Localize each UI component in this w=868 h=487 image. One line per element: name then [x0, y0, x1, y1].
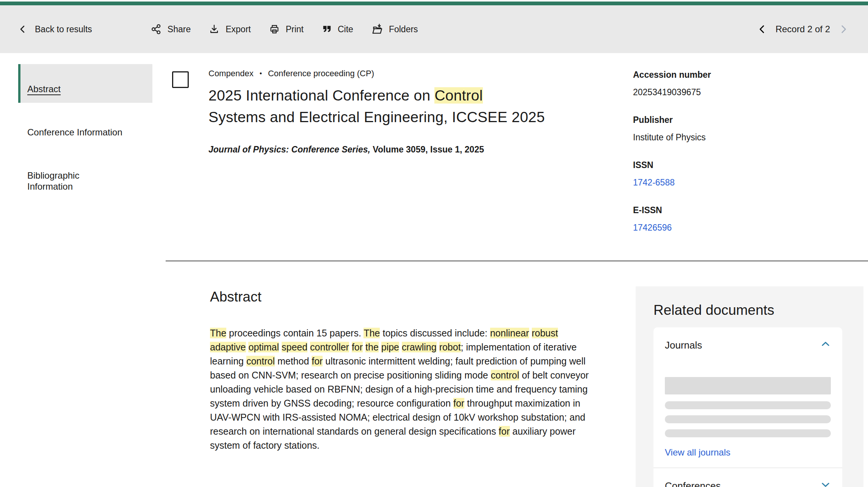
folders-button[interactable]: Folders [371, 24, 418, 35]
source-volume-issue: Volume 3059, Issue 1, 2025 [370, 145, 484, 154]
detail-label-eissn: E-ISSN [633, 205, 868, 215]
toolbar: Back to results Share Export Print Cite [0, 5, 868, 53]
record-navigation: Record 2 of 2 [757, 24, 848, 35]
database-label: Compendex [208, 69, 254, 79]
print-icon [269, 24, 280, 35]
source-journal: Journal of Physics: Conference Series, [208, 145, 370, 154]
detail-value-publisher: Institute of Physics [633, 132, 868, 143]
journals-label: Journals [665, 339, 702, 351]
record-section-sidebar: Abstract Conference Information Bibliogr… [18, 64, 152, 205]
skeleton-bar [665, 401, 831, 409]
back-to-results-label: Back to results [35, 24, 92, 35]
record-select-checkbox[interactable] [172, 71, 189, 88]
toolbar-actions: Share Export Print Cite Folders [151, 24, 418, 35]
skeleton-block [665, 377, 831, 394]
abstract-row: Abstract The proceedings contain 15 pape… [152, 261, 868, 487]
sidebar-item-abstract[interactable]: Abstract [18, 64, 152, 103]
journals-accordion-header[interactable]: Journals [653, 327, 842, 362]
export-icon [209, 24, 219, 35]
abstract-text: The proceedings contain 15 papers. The t… [210, 326, 593, 452]
eissn-link[interactable]: 17426596 [633, 222, 868, 233]
journals-loading-skeleton [653, 362, 842, 437]
detail-label-accession-number: Accession number [633, 69, 868, 80]
conferences-accordion-header[interactable]: Conferences [653, 468, 842, 487]
record-header: Compendex • Conference proceeding (CP) 2… [152, 53, 868, 261]
share-icon [151, 24, 161, 35]
share-button[interactable]: Share [151, 24, 191, 35]
sidebar-item-bibliographic-information[interactable]: Bibliographic Information [18, 151, 152, 200]
detail-value-accession-number: 20253419039675 [633, 87, 868, 97]
chevron-left-icon [18, 25, 27, 34]
source-line: Journal of Physics: Conference Series, V… [208, 145, 624, 155]
cite-label: Cite [338, 24, 353, 35]
view-all-journals-link[interactable]: View all journals [665, 447, 730, 458]
record-meta: Compendex • Conference proceeding (CP) [208, 69, 624, 79]
record-nav-label: Record 2 of 2 [776, 24, 830, 35]
bullet-separator: • [260, 70, 262, 78]
sidebar-item-label: Conference Information [27, 127, 122, 137]
detail-label-publisher: Publisher [633, 115, 868, 125]
share-label: Share [168, 24, 191, 35]
related-documents-heading: Related documents [653, 302, 842, 318]
chevron-down-icon [820, 479, 831, 487]
folders-label: Folders [389, 24, 418, 35]
page-body: Abstract Conference Information Bibliogr… [0, 53, 868, 487]
chevron-up-icon [820, 339, 831, 352]
related-documents-panel: Related documents Journals Vi [636, 286, 863, 487]
doc-type-label: Conference proceeding (CP) [268, 69, 374, 79]
sidebar-item-label: Abstract [27, 84, 61, 94]
record-main: Compendex • Conference proceeding (CP) 2… [152, 53, 868, 487]
cite-icon [322, 24, 332, 34]
print-button[interactable]: Print [269, 24, 304, 35]
print-label: Print [286, 24, 304, 35]
export-button[interactable]: Export [209, 24, 251, 35]
folders-icon [371, 24, 383, 35]
record-details: Accession number 20253419039675 Publishe… [633, 69, 868, 261]
skeleton-bar [665, 415, 831, 423]
previous-record-button[interactable] [757, 24, 767, 34]
record-head: Compendex • Conference proceeding (CP) 2… [208, 69, 624, 261]
export-label: Export [226, 24, 251, 35]
abstract-section: Abstract The proceedings contain 15 pape… [210, 289, 593, 452]
conferences-label: Conferences [665, 480, 721, 487]
cite-button[interactable]: Cite [322, 24, 353, 35]
brand-accent-bar [0, 2, 868, 5]
sidebar-item-label: Bibliographic Information [27, 170, 79, 192]
record-title: 2025 International Conference on Control… [208, 85, 624, 128]
skeleton-bar [665, 429, 831, 437]
next-record-button[interactable] [838, 24, 848, 34]
issn-link[interactable]: 1742-6588 [633, 177, 868, 188]
related-documents-card: Journals View all journals [653, 327, 842, 487]
sidebar-item-conference-information[interactable]: Conference Information [18, 107, 152, 146]
back-to-results-button[interactable]: Back to results [18, 24, 92, 35]
abstract-heading: Abstract [210, 289, 593, 305]
detail-label-issn: ISSN [633, 160, 868, 170]
